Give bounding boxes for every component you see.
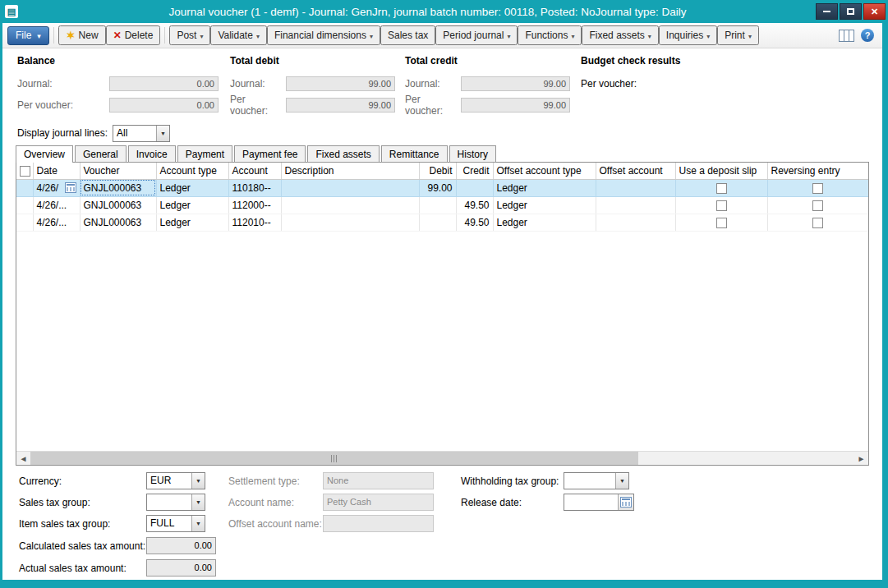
tab-remittance[interactable]: Remittance <box>381 145 448 163</box>
scroll-track[interactable] <box>638 452 854 465</box>
line-details: Currency: EUR Settlement type: None With… <box>2 466 882 580</box>
delete-button[interactable]: ✕ Delete <box>106 25 161 45</box>
reversing-entry-checkbox[interactable] <box>812 183 823 194</box>
credit-cell[interactable] <box>456 179 493 196</box>
offset-account-type-cell[interactable]: Ledger <box>493 179 596 196</box>
menu-financial-dimensions[interactable]: Financial dimensions <box>267 25 380 45</box>
row-selector[interactable] <box>16 196 33 214</box>
reversing-entry-checkbox[interactable] <box>812 218 823 228</box>
account-type-cell[interactable]: Ledger <box>156 196 228 214</box>
deposit-slip-checkbox[interactable] <box>716 218 727 228</box>
table-row[interactable]: 4/26/ GNJL000063 Ledger 110180-- 99.00 L… <box>16 179 868 196</box>
date-cell[interactable]: 4/26/... <box>33 196 80 214</box>
debit-cell[interactable] <box>419 196 456 214</box>
menu-period-journal-label: Period journal <box>443 30 504 41</box>
credit-cell[interactable]: 49.50 <box>456 196 493 214</box>
offset-account-cell[interactable] <box>596 214 675 231</box>
tab-invoice[interactable]: Invoice <box>128 145 176 163</box>
date-cell[interactable]: 4/26/ <box>33 179 80 196</box>
row-selector[interactable] <box>16 214 33 231</box>
select-all-checkbox[interactable] <box>20 166 30 177</box>
debit-cell[interactable] <box>419 214 456 231</box>
sales-tax-group-select[interactable] <box>146 494 205 511</box>
item-sales-tax-group-select[interactable]: FULL <box>146 515 205 532</box>
col-header-offset-account[interactable]: Offset account <box>596 163 675 179</box>
voucher-cell[interactable]: GNJL000063 <box>80 179 156 196</box>
withholding-tax-group-value <box>564 473 615 489</box>
sales-tax-group-value <box>147 494 191 510</box>
new-button[interactable]: ✶ New <box>58 25 106 45</box>
col-header-voucher[interactable]: Voucher <box>80 163 156 179</box>
chevron-down-icon[interactable] <box>191 494 205 510</box>
col-header-credit[interactable]: Credit <box>456 163 493 179</box>
col-header-description[interactable]: Description <box>281 163 419 179</box>
menu-post[interactable]: Post <box>169 25 210 45</box>
offset-account-type-cell[interactable]: Ledger <box>493 214 596 231</box>
menu-validate-label: Validate <box>218 30 252 41</box>
col-header-offset-account-type[interactable]: Offset account type <box>493 163 596 179</box>
tab-overview[interactable]: Overview <box>16 145 73 163</box>
tab-fixed-assets[interactable]: Fixed assets <box>307 145 379 163</box>
account-cell[interactable]: 110180-- <box>228 179 281 196</box>
voucher-cell[interactable]: GNJL000063 <box>80 196 156 214</box>
account-type-cell[interactable]: Ledger <box>156 214 228 231</box>
scroll-left-button[interactable]: ◄ <box>16 452 30 465</box>
menu-print[interactable]: Print <box>717 25 759 45</box>
chevron-down-icon[interactable] <box>156 126 169 141</box>
deposit-slip-checkbox[interactable] <box>716 200 727 211</box>
maximize-button[interactable] <box>840 3 862 20</box>
col-header-debit[interactable]: Debit <box>419 163 456 179</box>
withholding-tax-group-select[interactable] <box>564 472 629 489</box>
menu-validate[interactable]: Validate <box>210 25 267 45</box>
scroll-right-button[interactable]: ► <box>854 452 868 465</box>
currency-select[interactable]: EUR <box>146 472 205 489</box>
description-cell[interactable] <box>281 214 419 231</box>
col-header-date[interactable]: Date <box>33 163 80 179</box>
col-header-reversing-entry[interactable]: Reversing entry <box>767 163 868 179</box>
row-selector[interactable] <box>16 179 33 196</box>
tab-payment[interactable]: Payment <box>177 145 232 163</box>
chevron-down-icon[interactable] <box>191 516 205 531</box>
release-date-field[interactable] <box>564 494 634 511</box>
item-sales-tax-group-value: FULL <box>147 516 191 531</box>
column-layout-icon[interactable] <box>839 30 854 42</box>
calendar-icon[interactable] <box>618 494 633 510</box>
date-cell[interactable]: 4/26/... <box>33 214 80 231</box>
menu-functions[interactable]: Functions <box>518 25 582 45</box>
close-button[interactable]: ✕ <box>863 3 886 20</box>
display-journal-lines-select[interactable]: All <box>113 125 170 142</box>
tab-history[interactable]: History <box>449 145 496 163</box>
minimize-button[interactable] <box>816 3 838 20</box>
date-picker-icon[interactable] <box>65 182 76 193</box>
menu-inquiries[interactable]: Inquiries <box>659 25 717 45</box>
account-type-cell[interactable]: Ledger <box>156 179 228 196</box>
tab-payment-fee[interactable]: Payment fee <box>234 145 306 163</box>
account-cell[interactable]: 112010-- <box>228 214 281 231</box>
scroll-thumb[interactable] <box>30 452 638 465</box>
menu-period-journal[interactable]: Period journal <box>435 25 518 45</box>
table-row[interactable]: 4/26/... GNJL000063 Ledger 112010-- 49.5… <box>16 214 868 231</box>
offset-account-cell[interactable] <box>596 179 675 196</box>
col-header-account[interactable]: Account <box>228 163 281 179</box>
horizontal-scrollbar[interactable]: ◄ ► <box>16 451 868 465</box>
menu-sales-tax[interactable]: Sales tax <box>380 25 435 45</box>
deposit-slip-checkbox[interactable] <box>716 183 727 194</box>
col-header-use-a-deposit-slip[interactable]: Use a deposit slip <box>675 163 767 179</box>
col-header-account-type[interactable]: Account type <box>156 163 228 179</box>
credit-cell[interactable]: 49.50 <box>456 214 493 231</box>
reversing-entry-checkbox[interactable] <box>812 200 823 211</box>
offset-account-type-cell[interactable]: Ledger <box>493 196 596 214</box>
voucher-cell[interactable]: GNJL000063 <box>80 214 156 231</box>
description-cell[interactable] <box>281 196 419 214</box>
table-row[interactable]: 4/26/... GNJL000063 Ledger 112000-- 49.5… <box>16 196 868 214</box>
chevron-down-icon[interactable] <box>615 473 628 489</box>
debit-cell[interactable]: 99.00 <box>419 179 456 196</box>
help-icon[interactable]: ? <box>861 29 874 42</box>
account-cell[interactable]: 112000-- <box>228 196 281 214</box>
description-cell[interactable] <box>281 179 419 196</box>
tab-general[interactable]: General <box>75 145 127 163</box>
file-button[interactable]: File <box>7 26 49 45</box>
chevron-down-icon[interactable] <box>191 473 205 489</box>
offset-account-cell[interactable] <box>596 196 675 214</box>
menu-fixed-assets[interactable]: Fixed assets <box>582 25 658 45</box>
